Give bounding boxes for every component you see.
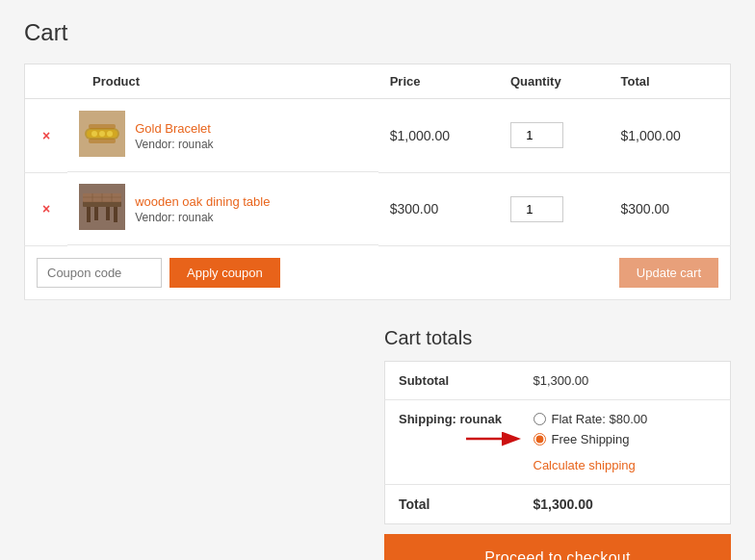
arrow-icon — [466, 429, 524, 448]
product-1-vendor: Vendor: rounak — [135, 138, 213, 151]
table-row: × — [25, 172, 731, 245]
svg-rect-13 — [106, 207, 110, 220]
page-container: Cart Product Price Quantity Total × — [0, 0, 755, 560]
svg-point-3 — [91, 131, 97, 137]
svg-rect-12 — [94, 207, 98, 220]
product-2-name-link[interactable]: wooden oak dining table — [135, 194, 270, 209]
proceed-to-checkout-button[interactable]: Proceed to checkout — [384, 534, 731, 561]
coupon-row: Apply coupon Update cart — [25, 245, 731, 299]
product-2-total: $300.00 — [610, 172, 731, 245]
product-1-image — [79, 111, 125, 160]
flat-rate-label: Flat Rate: $80.00 — [552, 412, 648, 426]
subtotal-row: Subtotal $1,300.00 — [385, 361, 731, 399]
update-cart-button[interactable]: Update cart — [619, 258, 718, 288]
subtotal-label: Subtotal — [385, 361, 520, 399]
svg-rect-10 — [87, 207, 91, 222]
svg-rect-6 — [89, 124, 116, 129]
product-1-qty-input[interactable] — [510, 122, 563, 148]
coupon-input[interactable] — [37, 258, 162, 288]
product-2-vendor: Vendor: rounak — [135, 211, 270, 224]
product-2-qty-input[interactable] — [510, 196, 563, 222]
total-value: $1,300.00 — [520, 484, 731, 523]
shipping-options-cell: Flat Rate: $80.00 Free Shipping Calculat… — [520, 399, 731, 484]
product-2-image — [79, 184, 125, 233]
coupon-area: Apply coupon — [37, 258, 280, 288]
product-2-qty-cell — [499, 172, 610, 245]
page-title: Cart — [24, 19, 731, 46]
col-header-price: Price — [378, 64, 499, 99]
table-row: × — [25, 99, 731, 173]
free-shipping-radio[interactable] — [534, 433, 546, 445]
shipping-option-free: Free Shipping — [534, 432, 717, 446]
remove-item-1-button[interactable]: × — [37, 128, 56, 143]
product-1-total: $1,000.00 — [610, 99, 731, 173]
remove-item-2-button[interactable]: × — [37, 201, 56, 216]
svg-point-5 — [107, 131, 113, 137]
product-1-name-link[interactable]: Gold Bracelet — [135, 121, 211, 136]
cart-table: Product Price Quantity Total × — [24, 64, 731, 300]
col-header-quantity: Quantity — [499, 64, 610, 99]
svg-point-4 — [99, 131, 105, 137]
total-row: Total $1,300.00 — [385, 484, 731, 523]
total-label: Total — [385, 484, 520, 523]
col-header-total: Total — [610, 64, 731, 99]
svg-rect-11 — [114, 207, 117, 222]
product-1-price: $1,000.00 — [378, 99, 499, 173]
calculate-shipping-link[interactable]: Calculate shipping — [534, 458, 717, 472]
free-shipping-label: Free Shipping — [552, 432, 630, 446]
totals-table: Subtotal $1,300.00 Shipping: rounak — [384, 361, 731, 524]
svg-rect-7 — [89, 139, 116, 143]
flat-rate-radio[interactable] — [534, 413, 546, 425]
apply-coupon-button[interactable]: Apply coupon — [169, 258, 280, 288]
cart-bottom: Cart totals Subtotal $1,300.00 Shipping:… — [24, 327, 731, 561]
cart-totals-section: Cart totals Subtotal $1,300.00 Shipping:… — [384, 327, 731, 561]
col-header-product: Product — [25, 64, 378, 99]
product-1-qty-cell — [499, 99, 610, 173]
shipping-row: Shipping: rounak — [385, 399, 731, 484]
cart-totals-title: Cart totals — [384, 327, 731, 349]
product-2-price: $300.00 — [378, 172, 499, 245]
subtotal-value: $1,300.00 — [520, 361, 731, 399]
shipping-option-flat-rate: Flat Rate: $80.00 — [534, 412, 717, 426]
shipping-options: Flat Rate: $80.00 Free Shipping Calculat… — [534, 412, 717, 472]
